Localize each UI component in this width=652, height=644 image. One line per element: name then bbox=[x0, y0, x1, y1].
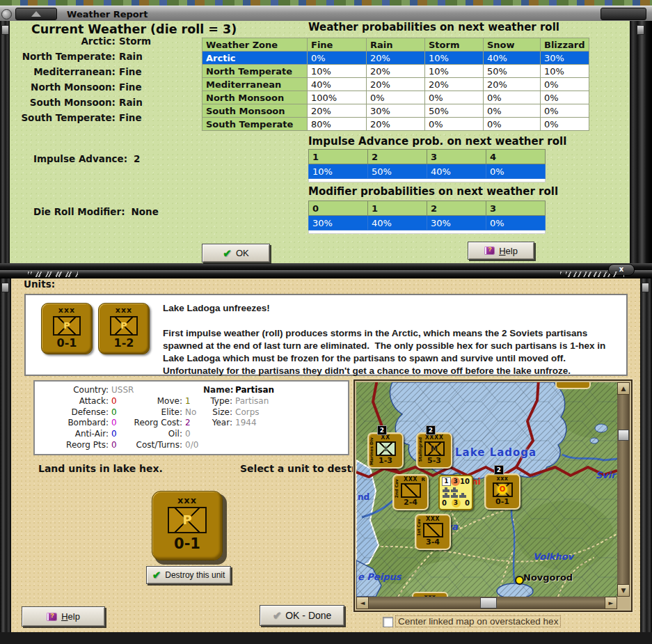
infobox-value: 3 bbox=[452, 498, 461, 508]
zone-row: North Monsoon:Fine bbox=[10, 81, 151, 97]
frame-handle[interactable] bbox=[1, 283, 9, 292]
unit-corner-label: R bbox=[422, 477, 425, 482]
info-value: Partisan bbox=[235, 396, 269, 406]
value-cell: 0% bbox=[425, 118, 484, 131]
city-dot-icon bbox=[515, 576, 524, 585]
center-map-checkbox-label[interactable]: Center linked map on overstacked hex bbox=[395, 615, 561, 627]
stack-count-badge: 2 bbox=[426, 425, 436, 435]
unit-strength-label: 0-1 bbox=[42, 336, 92, 351]
unit-info-panel: Country:USSRAttack:0Defense:0Bombard:0An… bbox=[33, 380, 349, 455]
table-value-row: 10%50%40%0% bbox=[309, 164, 546, 179]
unit-symbol-letter: P bbox=[169, 512, 205, 527]
help-button[interactable]: Help bbox=[468, 242, 534, 260]
infobox-value: 0 bbox=[442, 499, 447, 507]
info-value: No bbox=[185, 407, 196, 417]
map-unit-counter[interactable]: XXX2-4R2nd Cav bbox=[392, 474, 429, 510]
zone-row: Arctic:Storm bbox=[10, 36, 151, 51]
map-unit-counter[interactable]: xxxPO0-1 bbox=[484, 473, 520, 510]
value-cell: 0% bbox=[425, 91, 484, 104]
destroy-unit-button[interactable]: ✔ Destroy this unit bbox=[146, 566, 231, 584]
screen: Weather Report Current Weather (die roll… bbox=[0, 0, 652, 644]
naval-stack-infobox[interactable]: 1310030 bbox=[438, 475, 473, 510]
unit-side-label: 2nd Cav bbox=[394, 479, 399, 498]
value-cell: 0% bbox=[541, 118, 589, 131]
frame-decor bbox=[566, 272, 624, 277]
stack-count-badge: 2 bbox=[377, 425, 387, 435]
column-header: 0 bbox=[309, 201, 368, 216]
info-label: Elite: bbox=[118, 407, 182, 418]
info-row: Cost/Turns:0/0 bbox=[118, 440, 198, 451]
zone-cell: North Monsoon bbox=[202, 91, 308, 104]
value-cell: 0% bbox=[486, 216, 546, 230]
unit-choice-counter[interactable]: xxxP0-1 bbox=[41, 303, 93, 354]
zone-value: Storm bbox=[119, 36, 151, 47]
zone-cell: South Temperate bbox=[202, 118, 308, 131]
frame-handle[interactable] bbox=[1, 25, 9, 35]
map-view[interactable]: Lake LadogaSvirndevaniVolkhove PeipusNov… bbox=[356, 382, 617, 597]
unit-side-label: Marines Div bbox=[369, 437, 374, 465]
weather-probability-table: Weather ZoneFineRainStormSnowBlizzardArc… bbox=[202, 38, 589, 131]
frame-handle[interactable] bbox=[642, 283, 649, 292]
scroll-left-button[interactable]: ◄ bbox=[356, 597, 369, 609]
frame-handle[interactable] bbox=[637, 25, 644, 35]
units-help-button[interactable]: Help bbox=[22, 606, 105, 627]
current-weather-heading: Current Weather (die roll = 3) bbox=[31, 22, 237, 36]
unit-symbol-M: M bbox=[424, 441, 445, 456]
infobox-value: 3 bbox=[451, 477, 460, 486]
ship-icon bbox=[443, 495, 450, 498]
scroll-down-button[interactable]: ▼ bbox=[617, 584, 630, 597]
ship-icon bbox=[443, 489, 450, 492]
ship-icon bbox=[459, 495, 466, 498]
map-vertical-scrollbar[interactable]: ▲ ▼ bbox=[617, 382, 630, 597]
ok-done-button[interactable]: ✔ OK - Done bbox=[260, 605, 344, 626]
map-label: Lake Ladoga bbox=[455, 446, 536, 459]
weather-prob-heading: Weather probabilities on next weather ro… bbox=[308, 21, 559, 33]
unit-symbol-letter: P bbox=[54, 320, 79, 331]
infobox-value: 1 bbox=[442, 477, 451, 486]
zone-value: Fine bbox=[119, 112, 142, 123]
weather-report-body: Current Weather (die roll = 3) Arctic:St… bbox=[10, 21, 630, 263]
unit-strength-label: 3-4 bbox=[416, 537, 450, 547]
scroll-right-button[interactable]: ► bbox=[605, 597, 617, 609]
unit-strength-label: 0-1 bbox=[486, 497, 519, 507]
scroll-up-button[interactable]: ▲ bbox=[617, 382, 630, 395]
map-unit-counter-partial[interactable] bbox=[555, 382, 591, 389]
info-label: Move: bbox=[118, 396, 182, 407]
value-cell: 50% bbox=[425, 104, 484, 118]
unit-choice-counter[interactable]: xxxP1-2 bbox=[98, 303, 150, 354]
vertical-scroll-thumb[interactable] bbox=[618, 430, 629, 441]
zone-cell: South Monsoon bbox=[202, 104, 308, 118]
value-cell: 20% bbox=[308, 104, 367, 118]
zone-label: South Temperate: bbox=[10, 112, 116, 123]
info-value: 0 bbox=[111, 440, 117, 450]
scrollbar-corner bbox=[617, 597, 630, 609]
map-label: Svir bbox=[596, 470, 616, 480]
map-label: e Peipus bbox=[358, 572, 401, 582]
map-horizontal-scrollbar[interactable]: ◄ ► bbox=[356, 597, 617, 609]
zone-cell: Arctic bbox=[202, 52, 308, 65]
map-overlay: Lake LadogaSvirndevaniVolkhove PeipusNov… bbox=[356, 382, 617, 597]
value-cell: 0% bbox=[484, 118, 541, 131]
map-unit-counter-partial[interactable]: xxx bbox=[412, 592, 448, 597]
column-header: 1 bbox=[309, 150, 368, 164]
info-value: 0 bbox=[111, 407, 117, 417]
map-unit-counter[interactable]: XX⚓1-3Marines Div bbox=[367, 432, 404, 469]
map-unit-counter[interactable]: XXX3-41st Cav bbox=[415, 514, 451, 550]
impulse-advance-label: Impulse Advance: bbox=[33, 153, 127, 164]
collapse-button[interactable] bbox=[15, 8, 57, 20]
value-cell: 80% bbox=[308, 118, 367, 131]
zone-label: South Monsoon: bbox=[10, 97, 116, 108]
stack-count-badge: 2 bbox=[494, 465, 504, 475]
value-cell: 10% bbox=[308, 65, 367, 78]
ok-button[interactable]: ✔ OK bbox=[202, 244, 270, 262]
window-frame-left bbox=[0, 21, 10, 263]
titlebar-right-button[interactable] bbox=[601, 8, 646, 20]
table-header-row: Weather ZoneFineRainStormSnowBlizzard bbox=[202, 38, 589, 52]
map-unit-counter[interactable]: XXXXM5-3Stalingrad bbox=[416, 432, 452, 469]
check-icon-gray: ✔ bbox=[273, 609, 282, 622]
table-row: South Monsoon20%30%50%0%0% bbox=[202, 104, 589, 118]
horizontal-scroll-thumb[interactable] bbox=[480, 597, 497, 608]
weather-report-window: Weather Report Current Weather (die roll… bbox=[0, 0, 652, 272]
value-cell: 10% bbox=[425, 52, 484, 65]
center-map-checkbox[interactable] bbox=[383, 617, 393, 627]
